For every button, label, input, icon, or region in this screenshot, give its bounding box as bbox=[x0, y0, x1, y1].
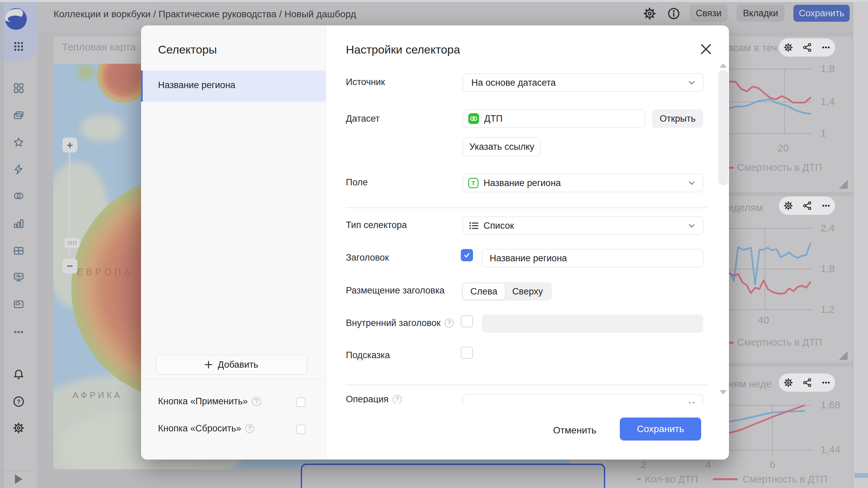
sidebar-item-datasets-icon[interactable] bbox=[13, 190, 24, 202]
help-icon[interactable]: ? bbox=[252, 397, 261, 406]
sidebar-item-charts-icon[interactable] bbox=[13, 218, 24, 229]
map-land-patch-1 bbox=[80, 115, 124, 142]
screen: Коллекции и воркбуки / Практические руко… bbox=[0, 0, 868, 488]
hint-checkbox[interactable] bbox=[461, 347, 473, 359]
inner-title-label-text: Внутренний заголовок bbox=[346, 318, 440, 328]
title-label: Заголовок bbox=[346, 252, 389, 263]
header-info-icon[interactable] bbox=[667, 7, 680, 20]
source-select[interactable]: На основе датасета bbox=[463, 74, 703, 92]
modal-scrollbar-thumb[interactable] bbox=[718, 70, 728, 185]
chart-share-icon[interactable] bbox=[802, 378, 812, 388]
map-zoom-handle[interactable] bbox=[64, 238, 80, 248]
tabs-button-label: Вкладки bbox=[743, 8, 778, 19]
sidebar-item-favorites-icon[interactable] bbox=[13, 137, 24, 148]
scroll-strip-chart-fragment bbox=[854, 473, 868, 478]
source-value: На основе датасета bbox=[471, 78, 689, 88]
region-selector-widget[interactable] bbox=[301, 464, 605, 488]
field-type-text-icon: T bbox=[468, 178, 479, 188]
line-chart-hours bbox=[729, 64, 814, 137]
links-button[interactable]: Связи bbox=[690, 5, 728, 22]
help-icon[interactable]: ? bbox=[245, 424, 254, 433]
inner-title-checkbox[interactable] bbox=[461, 315, 473, 327]
cancel-button-label: Отменить bbox=[553, 425, 596, 436]
legend-label[interactable]: Кол-во ДТП bbox=[645, 474, 698, 485]
dataset-value: ДТП bbox=[484, 114, 502, 124]
chart-more-icon[interactable] bbox=[821, 378, 831, 387]
map-zoom-in-button[interactable]: + bbox=[62, 138, 77, 152]
close-icon[interactable] bbox=[701, 44, 711, 55]
selector-type-label: Тип селектора bbox=[346, 220, 407, 230]
settings-gear-icon[interactable] bbox=[13, 422, 25, 434]
scroll-down-arrow[interactable] bbox=[719, 390, 727, 394]
sidebar-item-collections-icon[interactable] bbox=[13, 109, 24, 121]
sidebar-item-tiles-icon[interactable] bbox=[13, 82, 24, 94]
title-checkbox[interactable] bbox=[461, 249, 473, 261]
help-icon[interactable]: ? bbox=[445, 319, 454, 328]
map-zoom-out-button[interactable]: − bbox=[62, 259, 77, 273]
selected-indicator-bar bbox=[141, 70, 143, 102]
title-placement-segmented: Слева Сверху bbox=[462, 282, 552, 301]
cancel-button[interactable]: Отменить bbox=[548, 423, 602, 438]
breadcrumb[interactable]: Коллекции и воркбуки / Практические руко… bbox=[54, 9, 356, 20]
scroll-up-arrow[interactable] bbox=[719, 63, 727, 68]
selector-list-item-label: Название региона bbox=[158, 80, 235, 90]
apply-button-label: Кнопка «Применить» ? bbox=[158, 396, 261, 407]
sidebar-item-more-icon[interactable] bbox=[13, 326, 24, 338]
form-divider bbox=[346, 207, 707, 208]
form-divider bbox=[346, 385, 707, 385]
placement-option-left[interactable]: Слева bbox=[463, 283, 505, 300]
field-select[interactable]: T Название региона bbox=[463, 174, 703, 192]
resize-handle[interactable] bbox=[839, 180, 848, 189]
chart-more-icon[interactable] bbox=[821, 201, 831, 210]
sidebar-item-dashboards-icon[interactable] bbox=[13, 245, 24, 257]
chart-gear-icon[interactable] bbox=[783, 42, 793, 53]
sidebar-expand-icon[interactable] bbox=[15, 474, 22, 484]
header-save-button[interactable]: Сохранить bbox=[793, 5, 850, 22]
sidebar-item-storage-icon[interactable] bbox=[13, 299, 24, 310]
dataset-input[interactable]: ДТП bbox=[463, 109, 645, 128]
logo-lens-core bbox=[8, 16, 23, 22]
checkmark-icon bbox=[463, 252, 470, 259]
sidebar-item-editor-icon[interactable] bbox=[13, 164, 24, 175]
selector-list-item[interactable]: Название региона bbox=[141, 70, 326, 102]
chart-title-weekdays: дням неде bbox=[722, 378, 772, 390]
operation-select[interactable] bbox=[463, 394, 703, 403]
reset-button-checkbox[interactable] bbox=[296, 425, 305, 434]
tabs-button[interactable]: Вкладки bbox=[736, 5, 785, 22]
datalens-logo[interactable] bbox=[5, 8, 27, 30]
hint-label: Подсказка bbox=[346, 350, 390, 361]
add-selector-button[interactable]: Добавить bbox=[156, 355, 307, 374]
save-button[interactable]: Сохранить bbox=[620, 418, 701, 441]
header-gear-icon[interactable] bbox=[643, 7, 656, 20]
inner-title-input-disabled bbox=[482, 314, 703, 333]
chart-toolbar-3 bbox=[779, 373, 835, 392]
legend-label[interactable]: Смертность в ДТП bbox=[737, 337, 822, 348]
dataset-label: Датасет bbox=[346, 114, 380, 124]
chevron-down-icon bbox=[689, 402, 695, 404]
dataset-open-button[interactable]: Открыть bbox=[652, 109, 703, 128]
help-icon[interactable]: ? bbox=[13, 395, 25, 408]
page-scrollbar[interactable] bbox=[853, 2, 868, 488]
apps-grid-icon[interactable] bbox=[13, 41, 24, 52]
title-placement-label: Размещение заголовка bbox=[346, 285, 445, 296]
placement-option-top[interactable]: Сверху bbox=[505, 283, 550, 300]
resize-handle[interactable] bbox=[839, 351, 848, 360]
chart-share-icon[interactable] bbox=[802, 42, 812, 53]
apply-button-checkbox[interactable] bbox=[296, 398, 305, 407]
chevron-down-icon bbox=[689, 224, 695, 228]
chart-more-icon[interactable] bbox=[821, 43, 831, 52]
selector-type-select[interactable]: Список bbox=[463, 217, 703, 235]
chart-gear-icon[interactable] bbox=[783, 378, 793, 388]
map-label-europe: ЕВРОПА bbox=[77, 267, 133, 278]
dataset-link-button[interactable]: Указать ссылку bbox=[463, 137, 541, 156]
legend-label[interactable]: Смертность в ДТП bbox=[737, 162, 822, 173]
svg-text:?: ? bbox=[17, 399, 20, 405]
y-tick: 2,4 bbox=[821, 222, 835, 234]
tab-heatmap[interactable]: Тепловая карта bbox=[62, 41, 136, 53]
sidebar-item-monitoring-icon[interactable] bbox=[13, 271, 24, 283]
title-input[interactable] bbox=[482, 249, 703, 267]
notifications-bell-icon[interactable] bbox=[13, 368, 25, 381]
help-icon[interactable]: ? bbox=[393, 395, 402, 403]
legend-label[interactable]: Смертность в ДТП bbox=[743, 474, 828, 485]
legend-mark-red bbox=[713, 478, 738, 480]
